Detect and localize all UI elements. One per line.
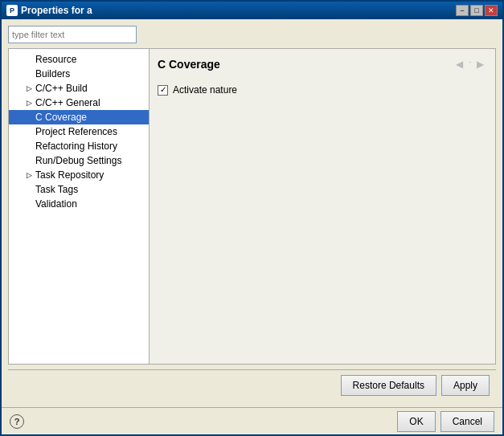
sidebar-item-label: C/C++ Build — [35, 83, 88, 94]
footer-bar: ? OK Cancel — [2, 407, 502, 434]
restore-defaults-button[interactable]: Restore Defaults — [341, 375, 436, 396]
sidebar-item-cpp-build[interactable]: ▷ C/C++ Build — [9, 81, 149, 96]
sidebar-item-label: Run/Debug Settings — [35, 155, 121, 166]
main-panel: C Coverage ◀ · ▶ Activate nature — [150, 49, 495, 364]
arrow-sep: · — [469, 57, 471, 71]
cancel-button[interactable]: Cancel — [440, 411, 494, 432]
sidebar-item-label: C Coverage — [35, 112, 87, 123]
expand-icon: ▷ — [25, 99, 33, 107]
activate-nature-row: Activate nature — [158, 81, 487, 99]
sidebar-item-resource[interactable]: Resource — [9, 52, 149, 67]
sidebar-item-label: Project References — [35, 126, 117, 137]
sidebar-item-label: Refactoring History — [35, 141, 117, 152]
window-icon: P — [6, 5, 18, 16]
window-title: Properties for a — [21, 5, 453, 16]
apply-button[interactable]: Apply — [441, 375, 490, 396]
maximize-button[interactable]: □ — [470, 5, 483, 16]
sidebar-item-label: C/C++ General — [35, 97, 100, 108]
activate-nature-label: Activate nature — [173, 84, 237, 96]
expand-icon: ▷ — [25, 84, 33, 92]
minimize-button[interactable]: − — [456, 5, 469, 16]
titlebar: P Properties for a − □ ✕ — [2, 2, 502, 19]
forward-arrow[interactable]: ▶ — [473, 57, 487, 71]
nav-arrows: ◀ · ▶ — [453, 57, 487, 71]
properties-window: P Properties for a − □ ✕ Resource Builde… — [0, 0, 504, 436]
sidebar: Resource Builders ▷ C/C++ Build ▷ C/C++ … — [9, 49, 150, 364]
panel-header: C Coverage ◀ · ▶ — [158, 57, 487, 71]
sidebar-item-label: Builders — [35, 68, 70, 79]
sidebar-item-label: Task Tags — [35, 184, 78, 195]
panel-title: C Coverage — [158, 58, 220, 71]
sidebar-item-label: Resource — [35, 54, 76, 65]
help-button[interactable]: ? — [10, 414, 24, 429]
sidebar-item-run-debug-settings[interactable]: Run/Debug Settings — [9, 153, 149, 168]
sidebar-item-c-coverage[interactable]: C Coverage — [9, 110, 149, 124]
sidebar-item-task-repository[interactable]: ▷ Task Repository — [9, 168, 149, 182]
content-area: Resource Builders ▷ C/C++ Build ▷ C/C++ … — [8, 48, 496, 365]
filter-input[interactable] — [8, 26, 137, 43]
sidebar-item-task-tags[interactable]: Task Tags — [9, 182, 149, 197]
footer-buttons: OK Cancel — [397, 411, 494, 432]
window-body: Resource Builders ▷ C/C++ Build ▷ C/C++ … — [2, 19, 502, 407]
sidebar-item-cpp-general[interactable]: ▷ C/C++ General — [9, 96, 149, 110]
activate-nature-checkbox[interactable] — [158, 85, 168, 96]
expand-icon: ▷ — [25, 171, 33, 179]
back-arrow[interactable]: ◀ — [453, 57, 467, 71]
bottom-bar: Restore Defaults Apply — [8, 369, 496, 401]
close-button[interactable]: ✕ — [485, 5, 498, 16]
sidebar-item-builders[interactable]: Builders — [9, 67, 149, 81]
sidebar-item-label: Validation — [35, 198, 77, 210]
window-controls: − □ ✕ — [456, 5, 498, 16]
sidebar-item-validation[interactable]: Validation — [9, 197, 149, 211]
sidebar-item-project-references[interactable]: Project References — [9, 124, 149, 139]
sidebar-item-refactoring-history[interactable]: Refactoring History — [9, 139, 149, 153]
ok-button[interactable]: OK — [397, 411, 435, 432]
sidebar-item-label: Task Repository — [35, 169, 104, 181]
